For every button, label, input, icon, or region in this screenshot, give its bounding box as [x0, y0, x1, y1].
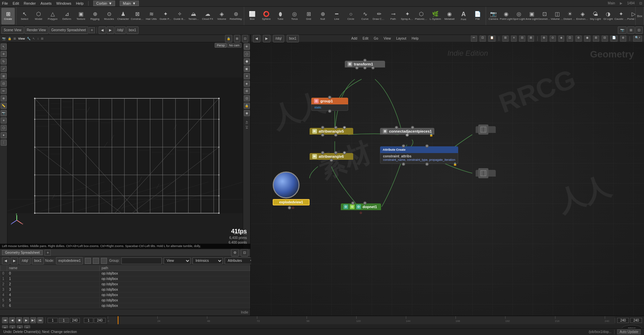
vp-more-btn[interactable]: ⋮	[1, 140, 7, 146]
tool-drawcurve[interactable]: ✏Draw Curve	[372, 8, 386, 25]
vp-transform-btn[interactable]: ⊞	[1, 73, 7, 79]
tool-terrain[interactable]: ⛰Terrain...	[187, 8, 200, 25]
sp-fullscreen-btn[interactable]: ⊡	[241, 249, 248, 256]
vp-camera-btn[interactable]: 📷	[1, 110, 7, 116]
node-attribwrangle5[interactable]: ✏ attribwrangle5	[310, 128, 353, 135]
path-fwd-btn[interactable]: ▶	[107, 27, 114, 34]
tool-guide[interactable]: ✦Guide P...	[159, 8, 172, 25]
ne-tb-icon2[interactable]: ⊙	[550, 36, 556, 42]
ne-canvas[interactable]: 人人 素材 RRCG 人人 Indie Edition Geometry	[251, 42, 644, 316]
vp-lock-btn[interactable]: 🔒	[244, 103, 250, 109]
ne-tb-zoom-in[interactable]: 🔍+	[633, 36, 642, 42]
tool-sprayattrib[interactable]: ✦Spray Attrib	[400, 8, 414, 25]
ne-menu-edit[interactable]: Edit	[361, 37, 370, 40]
ne-back-btn[interactable]: ◀	[253, 35, 260, 42]
vp-light-mode-btn[interactable]: ☀	[244, 73, 250, 79]
vp-solid-btn[interactable]: ⬢	[244, 58, 250, 64]
ne-tb-grid[interactable]: ⊞	[502, 36, 508, 42]
ne-menu-view[interactable]: View	[382, 37, 392, 40]
vp-paint-btn[interactable]: ✏	[1, 88, 7, 94]
no-cam-button[interactable]: No cam	[227, 43, 241, 48]
sp-node-btn[interactable]: box1	[32, 257, 44, 265]
tool-portallight[interactable]: ▷Portal Light	[628, 8, 636, 25]
tool-curve[interactable]: ∿Curve	[358, 8, 372, 25]
menu-file[interactable]: File	[2, 1, 8, 5]
node-connectadjacent[interactable]: ⊞ connectadjacentpieces1 🔒	[380, 128, 434, 135]
ne-tb-copy[interactable]: ⊡	[480, 36, 486, 42]
sp-fwd-btn[interactable]: ▶	[11, 257, 18, 265]
group-input[interactable]	[121, 257, 162, 264]
view-display-btn[interactable]: ⊡	[242, 35, 248, 42]
viewport[interactable]: 📷 🔒 ⊠ View 🔧 ↖ ↕ ⊞ 🔒 ⊞ ⊡	[0, 35, 250, 248]
tool-gilight[interactable]: ◑GI Light	[602, 8, 614, 25]
vp-handle-btn[interactable]: ⊡	[1, 81, 7, 87]
tool-lsystem[interactable]: 🌿L-System	[429, 8, 442, 25]
tool-skylight[interactable]: 🌤Sky Light	[589, 8, 601, 25]
tool-volumelight[interactable]: ◫Volume Light	[551, 8, 563, 25]
menu-edit[interactable]: Edit	[13, 1, 19, 5]
add-tab-button[interactable]: +	[89, 27, 95, 33]
tool-path[interactable]: ⊸Path	[386, 8, 400, 25]
vp-texture-btn[interactable]: ▣	[244, 66, 250, 72]
tool-character[interactable]: ♟Character	[116, 8, 130, 25]
tool-polygon[interactable]: △Polygon	[46, 8, 59, 25]
ne-tb-paste[interactable]: 📋	[488, 36, 495, 42]
frame-start-input[interactable]	[48, 318, 58, 323]
ne-menu-layout[interactable]: Layout	[395, 37, 408, 40]
tool-create[interactable]: ⊞ Create	[1, 8, 15, 25]
ne-tb-icon5[interactable]: ⊛	[576, 36, 582, 42]
sp-obj-btn[interactable]: /obj/	[19, 257, 31, 265]
ne-box-btn[interactable]: box1	[287, 35, 299, 42]
tool-platonic[interactable]: ⬡Platonic Solids	[415, 8, 428, 25]
ne-tb-icon6[interactable]: ◉	[584, 36, 590, 42]
tl-prev-frame-btn[interactable]: ◀	[9, 317, 15, 323]
ne-menu-add[interactable]: Add	[350, 37, 359, 40]
menu-render[interactable]: Render	[24, 1, 36, 5]
tool-volume[interactable]: ◈Volume	[215, 8, 228, 25]
timeline-scrubber[interactable]: 024487296120144168192216240	[108, 316, 615, 324]
ne-tb-icon3[interactable]: ◈	[558, 36, 564, 42]
tool-arealight[interactable]: ▣Area Light	[526, 8, 538, 25]
ne-tb-tile[interactable]: ⊠	[528, 36, 534, 42]
tool-torus[interactable]: ◎Torus	[288, 8, 301, 25]
tool-box[interactable]: ⬜Box	[246, 8, 259, 25]
ne-tb-icon4[interactable]: ⊡	[567, 36, 573, 42]
node-far-right-2[interactable]	[476, 170, 496, 177]
tool-cloud[interactable]: ☁Cloud FX	[201, 8, 214, 25]
vp-move-btn[interactable]: ✛	[1, 51, 7, 57]
tool-sphere[interactable]: ⭕Sphere	[260, 8, 273, 25]
detail-range-1[interactable]	[617, 318, 629, 323]
vp-light-btn[interactable]: ☀	[1, 117, 7, 124]
ne-tb-icon7[interactable]: ⊞	[593, 36, 599, 42]
menu-help[interactable]: Help	[76, 1, 84, 5]
menu-windows[interactable]: Windows	[56, 1, 71, 5]
frame-end-input[interactable]	[70, 318, 80, 323]
sp-icon-btn1[interactable]	[85, 258, 91, 264]
path-back-btn[interactable]: ◀	[99, 27, 106, 34]
tool-hair[interactable]: ≋Hair Utils	[145, 8, 158, 25]
ne-tb-icon1[interactable]: ⊕	[541, 36, 547, 42]
ne-tb-icon9[interactable]: 📄	[610, 36, 618, 42]
node-far-right-1[interactable]	[476, 126, 496, 133]
ne-obj-btn[interactable]: /obj/	[273, 35, 284, 42]
tool-circle[interactable]: ○Circle	[344, 8, 358, 25]
vp-wireframe-btn[interactable]: ⬡	[244, 51, 250, 57]
tool-grid[interactable]: ⊞Grid	[302, 8, 315, 25]
spreadsheet-tab[interactable]: Geometry Spreadsheet	[2, 250, 43, 255]
tool-muscles[interactable]: ⊙Muscles	[102, 8, 116, 25]
vp-grid-btn[interactable]: ⊞	[244, 88, 250, 94]
menu-assets[interactable]: Assets	[41, 1, 52, 5]
tool-camera[interactable]: 📷Camera	[487, 8, 499, 25]
node-transform1[interactable]: ⊞ transform1	[345, 61, 385, 67]
node-value-btn[interactable]: explodedview1	[56, 257, 83, 265]
ne-fwd-btn[interactable]: ▶	[263, 35, 270, 42]
vp-bg-btn[interactable]: ◈	[244, 81, 250, 87]
intrinsics-select[interactable]: Intrinsics	[193, 257, 223, 264]
view-select[interactable]: View	[164, 257, 191, 264]
sp-back-btn[interactable]: ◀	[2, 257, 9, 265]
attributes-select[interactable]: Attributes	[225, 257, 255, 264]
tl-start-btn[interactable]: ⏮	[2, 317, 8, 323]
tool-texture[interactable]: ▣Texture	[74, 8, 88, 25]
tool-rebelway[interactable]: ⊛RebelWay	[229, 8, 243, 25]
vp-geo-btn[interactable]: ⬡	[1, 125, 7, 131]
